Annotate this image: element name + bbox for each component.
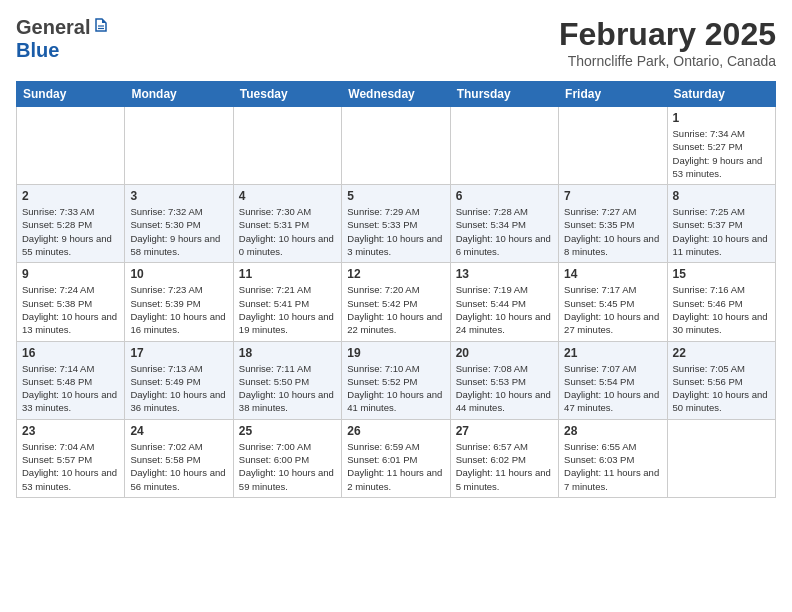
calendar-cell bbox=[17, 107, 125, 185]
day-info: Sunrise: 7:33 AM Sunset: 5:28 PM Dayligh… bbox=[22, 205, 119, 258]
day-number: 8 bbox=[673, 189, 770, 203]
day-info: Sunrise: 7:30 AM Sunset: 5:31 PM Dayligh… bbox=[239, 205, 336, 258]
day-number: 3 bbox=[130, 189, 227, 203]
location: Thorncliffe Park, Ontario, Canada bbox=[559, 53, 776, 69]
day-number: 5 bbox=[347, 189, 444, 203]
day-number: 27 bbox=[456, 424, 553, 438]
calendar-cell: 28Sunrise: 6:55 AM Sunset: 6:03 PM Dayli… bbox=[559, 419, 667, 497]
calendar-cell: 2Sunrise: 7:33 AM Sunset: 5:28 PM Daylig… bbox=[17, 185, 125, 263]
calendar-cell: 8Sunrise: 7:25 AM Sunset: 5:37 PM Daylig… bbox=[667, 185, 775, 263]
day-number: 16 bbox=[22, 346, 119, 360]
day-number: 1 bbox=[673, 111, 770, 125]
calendar-week-row: 9Sunrise: 7:24 AM Sunset: 5:38 PM Daylig… bbox=[17, 263, 776, 341]
day-number: 20 bbox=[456, 346, 553, 360]
calendar-cell: 15Sunrise: 7:16 AM Sunset: 5:46 PM Dayli… bbox=[667, 263, 775, 341]
calendar-cell: 5Sunrise: 7:29 AM Sunset: 5:33 PM Daylig… bbox=[342, 185, 450, 263]
day-info: Sunrise: 7:34 AM Sunset: 5:27 PM Dayligh… bbox=[673, 127, 770, 180]
day-number: 25 bbox=[239, 424, 336, 438]
day-number: 9 bbox=[22, 267, 119, 281]
calendar-cell: 19Sunrise: 7:10 AM Sunset: 5:52 PM Dayli… bbox=[342, 341, 450, 419]
calendar-cell: 6Sunrise: 7:28 AM Sunset: 5:34 PM Daylig… bbox=[450, 185, 558, 263]
day-number: 23 bbox=[22, 424, 119, 438]
calendar-week-row: 16Sunrise: 7:14 AM Sunset: 5:48 PM Dayli… bbox=[17, 341, 776, 419]
svg-marker-0 bbox=[96, 19, 106, 31]
day-number: 12 bbox=[347, 267, 444, 281]
day-info: Sunrise: 7:23 AM Sunset: 5:39 PM Dayligh… bbox=[130, 283, 227, 336]
weekday-header-friday: Friday bbox=[559, 82, 667, 107]
day-number: 14 bbox=[564, 267, 661, 281]
day-info: Sunrise: 7:28 AM Sunset: 5:34 PM Dayligh… bbox=[456, 205, 553, 258]
calendar-week-row: 2Sunrise: 7:33 AM Sunset: 5:28 PM Daylig… bbox=[17, 185, 776, 263]
calendar-week-row: 1Sunrise: 7:34 AM Sunset: 5:27 PM Daylig… bbox=[17, 107, 776, 185]
logo-arrow-icon bbox=[92, 17, 110, 39]
calendar-cell: 3Sunrise: 7:32 AM Sunset: 5:30 PM Daylig… bbox=[125, 185, 233, 263]
day-info: Sunrise: 7:08 AM Sunset: 5:53 PM Dayligh… bbox=[456, 362, 553, 415]
calendar-cell: 9Sunrise: 7:24 AM Sunset: 5:38 PM Daylig… bbox=[17, 263, 125, 341]
calendar-cell bbox=[125, 107, 233, 185]
calendar-cell bbox=[559, 107, 667, 185]
day-info: Sunrise: 7:05 AM Sunset: 5:56 PM Dayligh… bbox=[673, 362, 770, 415]
day-info: Sunrise: 7:21 AM Sunset: 5:41 PM Dayligh… bbox=[239, 283, 336, 336]
day-info: Sunrise: 7:25 AM Sunset: 5:37 PM Dayligh… bbox=[673, 205, 770, 258]
day-info: Sunrise: 7:13 AM Sunset: 5:49 PM Dayligh… bbox=[130, 362, 227, 415]
calendar-cell: 26Sunrise: 6:59 AM Sunset: 6:01 PM Dayli… bbox=[342, 419, 450, 497]
day-info: Sunrise: 7:16 AM Sunset: 5:46 PM Dayligh… bbox=[673, 283, 770, 336]
day-info: Sunrise: 7:10 AM Sunset: 5:52 PM Dayligh… bbox=[347, 362, 444, 415]
calendar-cell: 23Sunrise: 7:04 AM Sunset: 5:57 PM Dayli… bbox=[17, 419, 125, 497]
day-number: 10 bbox=[130, 267, 227, 281]
calendar-cell: 13Sunrise: 7:19 AM Sunset: 5:44 PM Dayli… bbox=[450, 263, 558, 341]
day-number: 21 bbox=[564, 346, 661, 360]
weekday-header-tuesday: Tuesday bbox=[233, 82, 341, 107]
day-number: 17 bbox=[130, 346, 227, 360]
month-title: February 2025 bbox=[559, 16, 776, 53]
calendar-cell: 24Sunrise: 7:02 AM Sunset: 5:58 PM Dayli… bbox=[125, 419, 233, 497]
logo: General Blue bbox=[16, 16, 110, 62]
day-number: 22 bbox=[673, 346, 770, 360]
day-number: 7 bbox=[564, 189, 661, 203]
title-block: February 2025 Thorncliffe Park, Ontario,… bbox=[559, 16, 776, 69]
calendar-cell: 12Sunrise: 7:20 AM Sunset: 5:42 PM Dayli… bbox=[342, 263, 450, 341]
day-number: 15 bbox=[673, 267, 770, 281]
day-info: Sunrise: 7:27 AM Sunset: 5:35 PM Dayligh… bbox=[564, 205, 661, 258]
day-info: Sunrise: 7:14 AM Sunset: 5:48 PM Dayligh… bbox=[22, 362, 119, 415]
calendar-cell: 27Sunrise: 6:57 AM Sunset: 6:02 PM Dayli… bbox=[450, 419, 558, 497]
day-info: Sunrise: 7:24 AM Sunset: 5:38 PM Dayligh… bbox=[22, 283, 119, 336]
calendar-week-row: 23Sunrise: 7:04 AM Sunset: 5:57 PM Dayli… bbox=[17, 419, 776, 497]
calendar-cell: 11Sunrise: 7:21 AM Sunset: 5:41 PM Dayli… bbox=[233, 263, 341, 341]
day-number: 2 bbox=[22, 189, 119, 203]
calendar-cell: 16Sunrise: 7:14 AM Sunset: 5:48 PM Dayli… bbox=[17, 341, 125, 419]
calendar-cell: 18Sunrise: 7:11 AM Sunset: 5:50 PM Dayli… bbox=[233, 341, 341, 419]
day-number: 18 bbox=[239, 346, 336, 360]
logo-blue: Blue bbox=[16, 39, 59, 62]
weekday-header-saturday: Saturday bbox=[667, 82, 775, 107]
calendar-cell: 1Sunrise: 7:34 AM Sunset: 5:27 PM Daylig… bbox=[667, 107, 775, 185]
day-number: 13 bbox=[456, 267, 553, 281]
calendar-cell: 21Sunrise: 7:07 AM Sunset: 5:54 PM Dayli… bbox=[559, 341, 667, 419]
weekday-header-wednesday: Wednesday bbox=[342, 82, 450, 107]
weekday-header-monday: Monday bbox=[125, 82, 233, 107]
day-number: 26 bbox=[347, 424, 444, 438]
day-info: Sunrise: 7:29 AM Sunset: 5:33 PM Dayligh… bbox=[347, 205, 444, 258]
weekday-header-thursday: Thursday bbox=[450, 82, 558, 107]
calendar-cell: 10Sunrise: 7:23 AM Sunset: 5:39 PM Dayli… bbox=[125, 263, 233, 341]
calendar-cell: 7Sunrise: 7:27 AM Sunset: 5:35 PM Daylig… bbox=[559, 185, 667, 263]
calendar-cell: 17Sunrise: 7:13 AM Sunset: 5:49 PM Dayli… bbox=[125, 341, 233, 419]
calendar-cell: 25Sunrise: 7:00 AM Sunset: 6:00 PM Dayli… bbox=[233, 419, 341, 497]
day-info: Sunrise: 7:19 AM Sunset: 5:44 PM Dayligh… bbox=[456, 283, 553, 336]
calendar-table: SundayMondayTuesdayWednesdayThursdayFrid… bbox=[16, 81, 776, 498]
day-info: Sunrise: 7:07 AM Sunset: 5:54 PM Dayligh… bbox=[564, 362, 661, 415]
day-info: Sunrise: 7:02 AM Sunset: 5:58 PM Dayligh… bbox=[130, 440, 227, 493]
day-info: Sunrise: 6:55 AM Sunset: 6:03 PM Dayligh… bbox=[564, 440, 661, 493]
calendar-cell: 20Sunrise: 7:08 AM Sunset: 5:53 PM Dayli… bbox=[450, 341, 558, 419]
day-number: 4 bbox=[239, 189, 336, 203]
logo-general: General bbox=[16, 16, 90, 39]
day-number: 19 bbox=[347, 346, 444, 360]
calendar-cell: 22Sunrise: 7:05 AM Sunset: 5:56 PM Dayli… bbox=[667, 341, 775, 419]
day-info: Sunrise: 7:32 AM Sunset: 5:30 PM Dayligh… bbox=[130, 205, 227, 258]
day-info: Sunrise: 6:59 AM Sunset: 6:01 PM Dayligh… bbox=[347, 440, 444, 493]
day-info: Sunrise: 7:00 AM Sunset: 6:00 PM Dayligh… bbox=[239, 440, 336, 493]
day-number: 6 bbox=[456, 189, 553, 203]
calendar-cell bbox=[233, 107, 341, 185]
calendar-cell bbox=[450, 107, 558, 185]
day-number: 28 bbox=[564, 424, 661, 438]
